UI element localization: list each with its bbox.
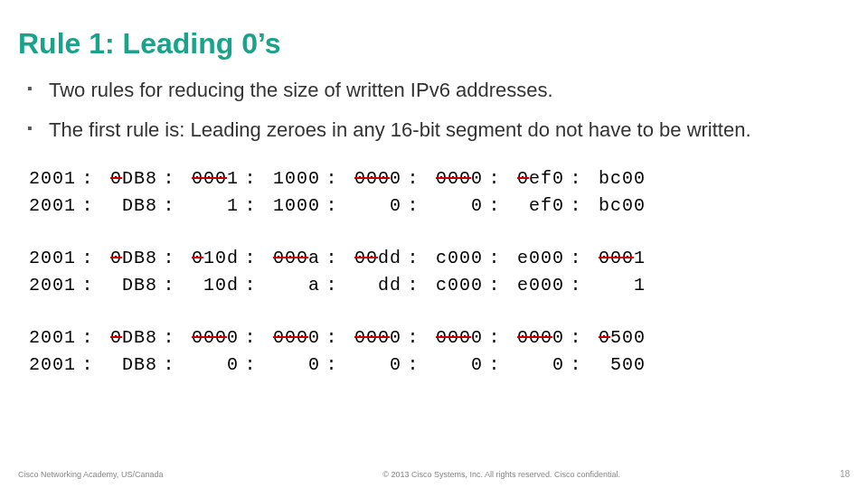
segment: 0001 [588,248,646,269]
colon: : [564,248,588,269]
segment-rest: 0 [552,327,564,348]
segment-rest: dd [378,248,401,268]
segment: 500 [588,354,646,376]
address-row-original: 2001:0DB8:010d:000a:00dd:c000:e000:0001 [18,248,850,269]
bullet-item: The first rule is: Leading zeroes in any… [24,117,850,144]
segment: 000a [262,248,320,269]
leading-zero-struck: 000 [517,327,552,348]
colon: : [401,168,425,190]
segment: ef0 [506,195,564,217]
segment-rest: a [308,248,320,268]
segment-rest: 2001 [29,327,76,348]
address-row-reduced: 2001:DB8:10d:a:dd:c000:e000:1 [18,275,850,296]
segment: 0DB8 [99,168,157,190]
segment: 2001 [18,354,76,376]
footer-left: Cisco Networking Academy, US/Canada [18,470,163,479]
segment: c000 [425,248,483,269]
segment: 0000 [344,327,401,349]
colon: : [239,275,262,296]
page-number: 18 [840,469,850,479]
segment-rest: 0 [227,327,239,348]
segment-rest: DB8 [122,248,157,268]
segment: 0000 [425,327,483,349]
segment: 2001 [18,327,76,349]
colon: : [320,327,344,349]
address-row-original: 2001:0DB8:0000:0000:0000:0000:0000:0500 [18,327,850,349]
segment: 0ef0 [506,168,564,190]
segment: DB8 [99,275,157,296]
colon: : [483,275,506,296]
colon: : [320,248,344,269]
segment: 0000 [181,327,239,349]
colon: : [157,195,181,217]
colon: : [564,195,588,217]
segment: 0000 [425,168,483,190]
segment: 0 [425,354,483,376]
colon: : [483,195,506,217]
segment: 1000 [262,195,320,217]
colon: : [401,354,425,376]
address-row-reduced: 2001:DB8:1:1000:0:0:ef0:bc00 [18,195,850,217]
segment: c000 [425,275,483,296]
segment-rest: 500 [610,327,646,348]
segment-rest: 0 [471,168,483,189]
leading-zero-struck: 0 [599,327,610,348]
colon: : [483,354,506,376]
colon: : [320,168,344,190]
segment: 1 [588,275,646,296]
colon: : [239,327,262,349]
segment: 1000 [262,168,320,190]
segment: 1 [181,195,239,217]
colon: : [239,354,262,376]
leading-zero-struck: 0 [517,168,529,189]
leading-zero-struck: 000 [192,327,227,348]
segment: 010d [181,248,239,269]
segment: bc00 [588,168,646,190]
footer-center: © 2013 Cisco Systems, Inc. All rights re… [382,470,620,479]
segment-rest: 0 [390,168,401,189]
segment: DB8 [99,354,157,376]
colon: : [76,275,99,296]
leading-zero-struck: 000 [354,168,390,189]
segment-rest: bc00 [599,168,646,189]
footer: Cisco Networking Academy, US/Canada © 20… [18,469,850,479]
segment: 2001 [18,275,76,296]
segment-rest: 1 [227,168,239,189]
segment: 0500 [588,327,646,349]
segment-rest: 2001 [29,168,76,189]
bullet-item: Two rules for reducing the size of writt… [24,77,850,104]
colon: : [157,275,181,296]
colon: : [76,168,99,190]
segment: 2001 [18,195,76,217]
segment: a [262,275,320,296]
leading-zero-struck: 000 [273,327,308,348]
leading-zero-struck: 0 [110,327,122,348]
segment-rest: 0 [308,327,320,348]
examples-block: 2001:0DB8:0001:1000:0000:0000:0ef0:bc002… [18,168,850,376]
leading-zero-struck: 0 [110,168,122,189]
segment-rest: 0 [390,327,401,348]
colon: : [76,248,99,269]
segment: 0DB8 [99,327,157,349]
colon: : [157,354,181,376]
segment: 0 [262,354,320,376]
segment: 0DB8 [99,248,157,269]
segment: 2001 [18,168,76,190]
colon: : [76,354,99,376]
leading-zero-struck: 000 [273,248,308,268]
colon: : [239,248,262,269]
segment-rest: c000 [436,248,483,268]
segment-rest: 0 [471,327,483,348]
segment-rest: ef0 [529,168,564,189]
colon: : [483,327,506,349]
segment-rest: 1 [634,248,646,268]
colon: : [483,168,506,190]
segment: 0 [344,354,401,376]
segment-rest: 2001 [29,248,76,268]
colon: : [564,275,588,296]
leading-zero-struck: 000 [436,168,471,189]
colon: : [157,168,181,190]
segment: 0000 [506,327,564,349]
segment: 0000 [344,168,401,190]
colon: : [157,327,181,349]
